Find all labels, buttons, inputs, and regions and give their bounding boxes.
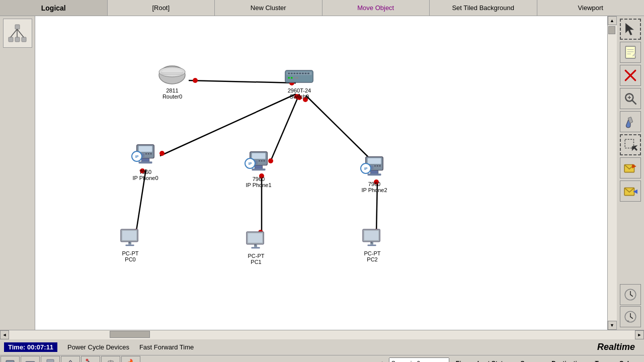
clock-area: »: [620, 284, 641, 327]
svg-rect-52: [150, 153, 152, 154]
fire-tool-button[interactable]: 🔥: [121, 356, 140, 363]
clock-icon: [623, 288, 637, 302]
svg-rect-3: [22, 37, 26, 42]
delete-tool-button[interactable]: [620, 65, 641, 86]
misc-tool-icon: [105, 358, 116, 363]
scroll-up-button[interactable]: ▲: [608, 16, 617, 25]
svg-point-80: [255, 244, 256, 246]
col-destination: Destination: [547, 360, 588, 363]
svg-line-8: [160, 94, 296, 156]
cisco-logo-icon: [6, 22, 29, 45]
svg-marker-101: [632, 145, 637, 151]
device-router0[interactable]: 2811 Router0: [158, 64, 186, 100]
bottom-tool-3[interactable]: [41, 356, 60, 363]
svg-rect-59: [261, 160, 263, 161]
svg-point-44: [291, 77, 293, 79]
svg-rect-82: [364, 231, 379, 240]
bottom-toolbar: 🔥 ▶ Scenario 0 Fire Last Status Source D…: [0, 355, 644, 362]
col-source: Source: [517, 360, 545, 363]
h-scroll-thumb[interactable]: [110, 331, 150, 338]
svg-rect-87: [625, 46, 635, 58]
svg-line-7: [189, 80, 296, 83]
scroll-thumb[interactable]: [608, 26, 615, 34]
receive-tool-button[interactable]: [620, 180, 641, 202]
device-phone1[interactable]: IP 7960 IP Phone1: [246, 148, 272, 188]
svg-rect-56: [252, 153, 266, 159]
svg-rect-2: [15, 37, 20, 42]
toolbar-root[interactable]: [Root]: [108, 0, 215, 16]
svg-rect-72: [122, 231, 137, 240]
svg-point-43: [288, 77, 290, 79]
toolbar-set-tiled-background[interactable]: Set Tiled Background: [430, 0, 537, 16]
fast-forward-icon: »: [623, 310, 637, 324]
time-display: Time: 00:07:11: [4, 342, 57, 352]
svg-rect-115: [47, 359, 54, 363]
bottom-tool-2[interactable]: [21, 356, 40, 363]
scroll-right-button[interactable]: ►: [635, 330, 644, 339]
device-switch0[interactable]: 2960T-24 Switch0: [284, 66, 314, 100]
logo-box: [3, 19, 32, 48]
pc0-icon: [118, 228, 142, 249]
switch-icon: [284, 66, 314, 86]
connections-svg: [35, 16, 607, 330]
svg-rect-68: [379, 165, 381, 166]
fast-forward-button[interactable]: Fast Forward Time: [139, 343, 194, 351]
svg-text:»: »: [627, 319, 629, 323]
scroll-left-button[interactable]: ◄: [0, 330, 9, 339]
svg-rect-74: [125, 244, 134, 246]
wireless-tool-icon: [65, 358, 76, 363]
svg-rect-36: [291, 73, 293, 74]
power-cycle-button[interactable]: Power Cycle Devices: [67, 343, 129, 351]
device-phone2[interactable]: IP 7960 IP Phone2: [361, 153, 387, 193]
device-phone0[interactable]: IP 7960 IP Phone0: [132, 141, 158, 181]
fast-forward-icon-button[interactable]: »: [620, 306, 641, 327]
col-color: Color: [615, 360, 639, 363]
col-last-status: Last Status: [473, 360, 514, 363]
bottom-tool-5[interactable]: [81, 356, 100, 363]
right-tool-panel: »: [616, 16, 644, 330]
svg-point-17: [159, 151, 165, 156]
select-area-icon: [623, 138, 637, 152]
bottom-tool-4[interactable]: [61, 356, 80, 363]
svg-point-46: [296, 77, 298, 79]
clock-icon-button[interactable]: [620, 284, 641, 305]
svg-rect-38: [296, 73, 298, 74]
router-icon: [158, 64, 186, 86]
svg-line-6: [17, 29, 24, 37]
scenario-select[interactable]: Scenario 0: [389, 357, 449, 363]
paint-tool-button[interactable]: [620, 111, 641, 132]
vertical-scrollbar[interactable]: ▲ ▼: [607, 16, 616, 330]
svg-rect-42: [307, 73, 309, 74]
status-bar: Time: 00:07:11 Power Cycle Devices Fast …: [0, 339, 644, 355]
device-pc2[interactable]: PC-PT PC2: [360, 228, 384, 262]
svg-rect-1: [9, 37, 13, 42]
bottom-tool-1[interactable]: [1, 356, 20, 363]
scroll-track[interactable]: [608, 25, 617, 321]
note-icon: [623, 45, 637, 59]
svg-rect-66: [374, 165, 376, 166]
svg-rect-39: [299, 73, 301, 74]
note-tool-button[interactable]: [620, 42, 641, 63]
device-pc0[interactable]: PC-PT PC0: [118, 228, 142, 262]
device-pc1[interactable]: PC-PT PC1: [244, 231, 268, 265]
col-fire: Fire: [452, 360, 471, 363]
zoom-tool-button[interactable]: [620, 88, 641, 109]
bottom-tool-6[interactable]: [101, 356, 120, 363]
toolbar-logical[interactable]: Logical: [0, 0, 108, 16]
receive-icon: [623, 184, 637, 198]
svg-rect-64: [368, 158, 381, 164]
toolbar-move-object[interactable]: Move Object: [323, 0, 430, 16]
svg-line-96: [632, 100, 636, 104]
h-scroll-track[interactable]: [9, 330, 635, 339]
scroll-down-button[interactable]: ▼: [608, 321, 617, 330]
network-canvas[interactable]: 2811 Router0: [35, 16, 607, 330]
toolbar-new-cluster[interactable]: New Cluster: [215, 0, 323, 16]
select-area-tool-button[interactable]: [620, 134, 641, 155]
scenario-label: ▶: [382, 360, 386, 363]
horizontal-scrollbar: ◄ ►: [0, 330, 644, 339]
send-tool-button[interactable]: [620, 157, 641, 178]
svg-point-45: [293, 77, 295, 79]
svg-point-75: [129, 242, 130, 243]
toolbar-viewport[interactable]: Viewport: [537, 0, 645, 16]
select-tool-button[interactable]: [620, 19, 641, 40]
